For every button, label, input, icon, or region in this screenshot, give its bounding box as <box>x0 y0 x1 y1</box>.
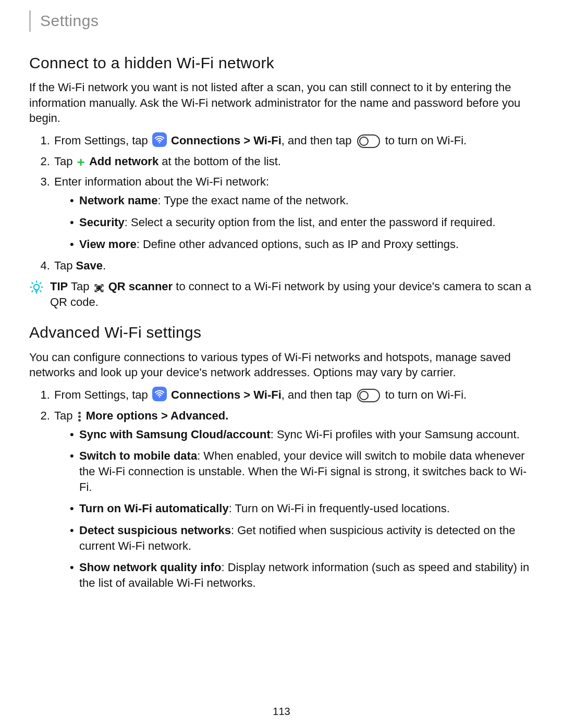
svg-line-7 <box>40 291 41 292</box>
more-options-icon <box>78 411 81 423</box>
step-label: More options > Advanced. <box>86 409 229 422</box>
toggle-icon <box>357 134 380 148</box>
page: Settings Connect to a hidden Wi-Fi netwo… <box>0 0 563 728</box>
tip-text-a: Tap <box>68 280 89 293</box>
list-item: Network name: Type the exact name of the… <box>70 193 534 208</box>
toggle-icon <box>357 389 380 402</box>
intro-paragraph: If the Wi-Fi network you want is not lis… <box>29 80 534 126</box>
svg-line-9 <box>40 282 41 283</box>
list-item: Turn on Wi-Fi automatically: Turn on Wi-… <box>70 501 534 516</box>
svg-rect-15 <box>101 290 101 290</box>
svg-rect-13 <box>96 289 98 290</box>
step-text: Tap <box>54 259 76 272</box>
tip-lightbulb-icon <box>29 280 44 299</box>
svg-rect-11 <box>96 286 98 288</box>
step-1: From Settings, tap Connections > Wi-Fi, … <box>53 387 534 403</box>
bullet-label: Switch to mobile data <box>79 449 197 462</box>
step-text: Enter information about the Wi-Fi networ… <box>54 175 269 188</box>
step-text: to turn on Wi-Fi. <box>385 388 467 401</box>
step-label: Connections > Wi-Fi <box>171 134 282 147</box>
svg-rect-14 <box>99 289 100 290</box>
step-text: , and then tap <box>282 388 352 401</box>
bullet-text: : Turn on Wi-Fi in frequently-used locat… <box>229 502 450 515</box>
tip-block: TIP Tap QR scanner to connect to a Wi-Fi… <box>29 279 534 310</box>
step-label: Add network <box>89 155 158 168</box>
bullet-label: Show network quality info <box>79 561 222 574</box>
svg-point-16 <box>159 396 161 398</box>
bullet-label: Detect suspicious networks <box>79 524 231 537</box>
step-3: Enter information about the Wi-Fi networ… <box>53 174 534 252</box>
step-text: From Settings, tap <box>54 388 148 401</box>
svg-rect-12 <box>99 286 101 288</box>
svg-point-0 <box>159 142 161 143</box>
step-text: to turn on Wi-Fi. <box>385 134 467 147</box>
bullet-text: : Define other advanced options, such as… <box>137 238 459 251</box>
tip-label-b: QR scanner <box>108 280 173 293</box>
bullet-label: View more <box>79 238 137 251</box>
list-item: Detect suspicious networks: Get notified… <box>70 523 534 553</box>
list-item: Security: Select a security option from … <box>70 215 534 230</box>
list-item: Show network quality info: Display netwo… <box>70 560 534 590</box>
step-label: Connections > Wi-Fi <box>171 388 282 401</box>
bullet-label: Network name <box>79 194 157 207</box>
sub-bullets: Network name: Type the exact name of the… <box>54 193 534 252</box>
steps-list-advanced-wifi: From Settings, tap Connections > Wi-Fi, … <box>29 387 534 591</box>
bullet-label: Security <box>79 216 125 229</box>
step-1: From Settings, tap Connections > Wi-Fi, … <box>53 132 534 149</box>
svg-line-8 <box>32 291 33 292</box>
step-text: Tap <box>54 409 72 422</box>
step-2: Tap + Add network at the bottom of the l… <box>53 154 534 169</box>
sub-bullets: Sync with Samsung Cloud/account: Sync Wi… <box>54 427 534 591</box>
breadcrumb: Settings <box>29 10 534 32</box>
intro-paragraph: You can configure connections to various… <box>29 350 534 380</box>
step-text: at the bottom of the list. <box>158 155 281 168</box>
step-text: . <box>103 259 106 272</box>
section-title-hidden-wifi: Connect to a hidden Wi-Fi network <box>29 53 534 74</box>
section-title-advanced-wifi: Advanced Wi-Fi settings <box>29 322 534 343</box>
bullet-text: : Sync Wi-Fi profiles with your Samsung … <box>271 428 520 441</box>
step-label: Save <box>76 259 103 272</box>
svg-point-1 <box>34 285 40 290</box>
step-4: Tap Save. <box>53 258 534 274</box>
step-2: Tap More options > Advanced. Sync with S… <box>53 408 534 591</box>
bullet-label: Turn on Wi-Fi automatically <box>79 502 229 515</box>
tip-label: TIP <box>50 280 68 293</box>
list-item: View more: Define other advanced options… <box>70 237 534 252</box>
bullet-text: : Type the exact name of the network. <box>157 194 348 207</box>
svg-line-6 <box>32 282 33 283</box>
steps-list-hidden-wifi: From Settings, tap Connections > Wi-Fi, … <box>29 132 534 274</box>
step-text: , and then tap <box>282 134 352 147</box>
qr-scanner-icon <box>94 282 104 292</box>
bullet-text: : Select a security option from the list… <box>125 216 496 229</box>
wifi-icon <box>152 387 167 401</box>
list-item: Sync with Samsung Cloud/account: Sync Wi… <box>70 427 534 442</box>
page-number: 113 <box>0 705 563 719</box>
step-text: From Settings, tap <box>54 134 148 147</box>
plus-icon: + <box>77 155 85 169</box>
bullet-label: Sync with Samsung Cloud/account <box>79 428 271 441</box>
list-item: Switch to mobile data: When enabled, you… <box>70 448 534 495</box>
wifi-icon <box>152 132 167 147</box>
step-text: Tap <box>54 155 72 168</box>
tip-text: TIP Tap QR scanner to connect to a Wi-Fi… <box>50 279 534 310</box>
